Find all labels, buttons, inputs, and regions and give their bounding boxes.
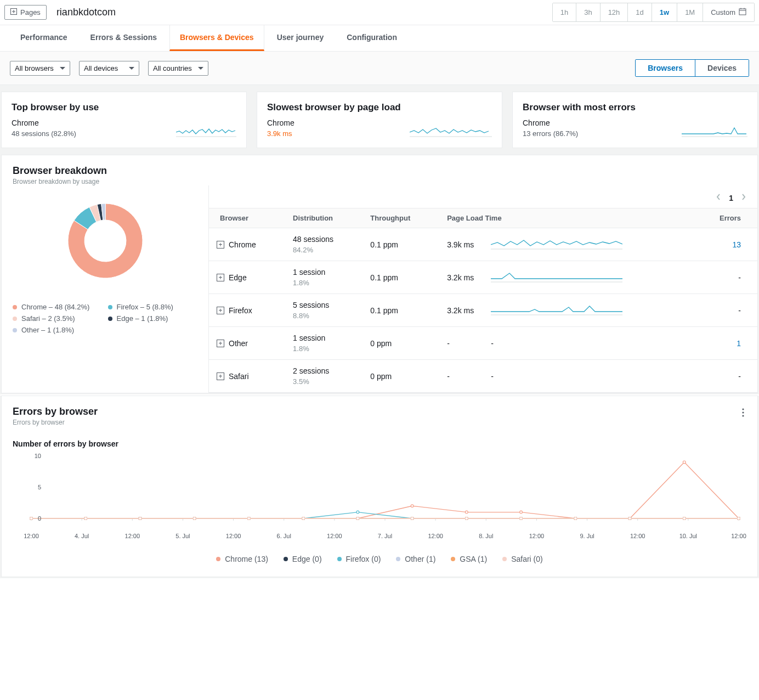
card-title: Slowest browser by page load (267, 102, 492, 113)
table-row: +Chrome48 sessions84.2%0.1 ppm3.9k ms13 (209, 228, 757, 261)
svg-point-41 (520, 511, 523, 513)
sessions: 1 session (293, 268, 357, 276)
svg-point-107 (302, 517, 305, 520)
expand-row[interactable]: +Edge (217, 273, 247, 282)
pager-prev[interactable] (716, 193, 721, 202)
segment-browsers[interactable]: Browsers (636, 60, 695, 76)
y-tick: 0 (38, 515, 41, 522)
filter-browsers-label: All browsers (15, 64, 54, 72)
time-range-1h[interactable]: 1h (553, 3, 576, 21)
tab-errors-sessions[interactable]: Errors & Sessions (80, 25, 167, 51)
sessions: 1 session (293, 334, 357, 342)
legend-item[interactable]: Chrome (13) (216, 555, 268, 563)
sparkline (491, 303, 622, 316)
x-tick: 6. Jul (277, 533, 291, 539)
svg-point-106 (248, 517, 251, 520)
svg-point-15 (742, 415, 744, 416)
card-value: Chrome (267, 118, 294, 127)
sparkline (491, 270, 622, 283)
sessions: 5 sessions (293, 301, 357, 309)
x-tick: 5. Jul (175, 533, 190, 539)
legend-swatch (216, 557, 220, 561)
table-pager: 1 (209, 185, 757, 208)
tab-user-journey[interactable]: User journey (267, 25, 335, 51)
time-range-3h[interactable]: 3h (576, 3, 600, 21)
page-load-sparkline-cell: - (484, 327, 693, 360)
svg-point-105 (193, 517, 196, 520)
segment-devices[interactable]: Devices (695, 60, 749, 76)
legend-item: Safari – 2 (3.5%) (13, 314, 103, 323)
filter-countries-label: All countries (153, 64, 192, 72)
section-subtitle: Browser breakdown by usage (13, 178, 107, 185)
calendar-icon (739, 8, 746, 17)
col-page-load-time[interactable]: Page Load Time (440, 208, 693, 228)
legend-label: Safari (0) (511, 555, 543, 563)
time-range-12h[interactable]: 12h (601, 3, 628, 21)
tab-browsers-devices[interactable]: Browsers & Devices (169, 25, 264, 51)
x-tick: 12:00 (327, 533, 342, 539)
legend-swatch (108, 317, 112, 321)
legend-label: Chrome (13) (225, 555, 268, 563)
expand-row[interactable]: +Safari (217, 372, 249, 381)
tab-performance[interactable]: Performance (10, 25, 78, 51)
legend-item[interactable]: Edge (0) (284, 555, 322, 563)
kpi-cards: Top browser by use Chrome 48 sessions (8… (0, 85, 759, 155)
legend-label: Firefox (0) (346, 555, 381, 563)
expand-row[interactable]: +Other (217, 339, 248, 348)
svg-point-111 (520, 517, 523, 520)
chart-title: Number of errors by browser (13, 439, 746, 448)
expand-row[interactable]: +Firefox (217, 306, 252, 315)
expand-row[interactable]: +Chrome (217, 240, 256, 249)
x-tick: 12:00 (24, 533, 39, 539)
page-load-time: 3.2k ms (440, 294, 484, 327)
pager-next[interactable] (741, 193, 746, 202)
plus-square-icon: + (217, 372, 224, 380)
filter-devices[interactable]: All devices (79, 61, 139, 76)
section-title: Browser breakdown (13, 165, 107, 177)
card-sub: 13 errors (86.7%) (523, 129, 578, 138)
pages-button[interactable]: Pages (4, 5, 47, 20)
errors-section: Errors by browser Errors by browser Numb… (0, 396, 759, 578)
filter-row: All browsers All devices All countries B… (0, 52, 759, 85)
x-tick: 12:00 (125, 533, 140, 539)
time-range-1w[interactable]: 1w (652, 3, 677, 21)
errors-cell[interactable]: 1 (693, 327, 757, 360)
legend-label: Chrome – 48 (84.2%) (21, 303, 89, 311)
filter-countries[interactable]: All countries (148, 61, 208, 76)
svg-point-112 (574, 517, 577, 520)
tab-configuration[interactable]: Configuration (336, 25, 407, 51)
col-distribution[interactable]: Distribution (286, 208, 364, 228)
svg-point-114 (683, 517, 686, 520)
sessions: 2 sessions (293, 366, 357, 375)
legend-item: Other – 1 (1.8%) (13, 326, 103, 334)
svg-point-102 (30, 517, 33, 520)
legend-item[interactable]: Safari (0) (502, 555, 543, 563)
legend-item[interactable]: Other (1) (396, 555, 435, 563)
sessions: 48 sessions (293, 235, 357, 244)
more-icon[interactable] (740, 406, 746, 421)
svg-point-103 (84, 517, 87, 520)
legend-label: Edge – 1 (1.8%) (117, 314, 168, 323)
app-title: rianbkdotcom (56, 7, 116, 18)
time-range-custom[interactable]: Custom (703, 3, 754, 21)
svg-point-104 (139, 517, 141, 520)
col-browser[interactable]: Browser (209, 208, 286, 228)
pages-button-label: Pages (20, 8, 41, 16)
time-range-1M[interactable]: 1M (677, 3, 703, 21)
legend-item[interactable]: GSA (1) (451, 555, 487, 563)
browser-name: Chrome (229, 240, 256, 249)
time-range-1d[interactable]: 1d (628, 3, 652, 21)
filter-browsers[interactable]: All browsers (10, 61, 70, 76)
donut-legend: Chrome – 48 (84.2%)Firefox – 5 (8.8%)Saf… (13, 303, 197, 334)
legend-swatch (451, 557, 455, 561)
errors-cell[interactable]: 13 (693, 228, 757, 261)
throughput: 0.1 ppm (364, 294, 440, 327)
browser-name: Other (229, 339, 248, 348)
legend-item[interactable]: Firefox (0) (337, 555, 381, 563)
col-errors[interactable]: Errors (693, 208, 757, 228)
legend-label: Other – 1 (1.8%) (21, 326, 74, 334)
sparkline (410, 126, 492, 138)
col-throughput[interactable]: Throughput (364, 208, 440, 228)
plus-square-icon: + (217, 241, 224, 249)
breakdown-table: BrowserDistributionThroughputPage Load T… (209, 208, 757, 393)
